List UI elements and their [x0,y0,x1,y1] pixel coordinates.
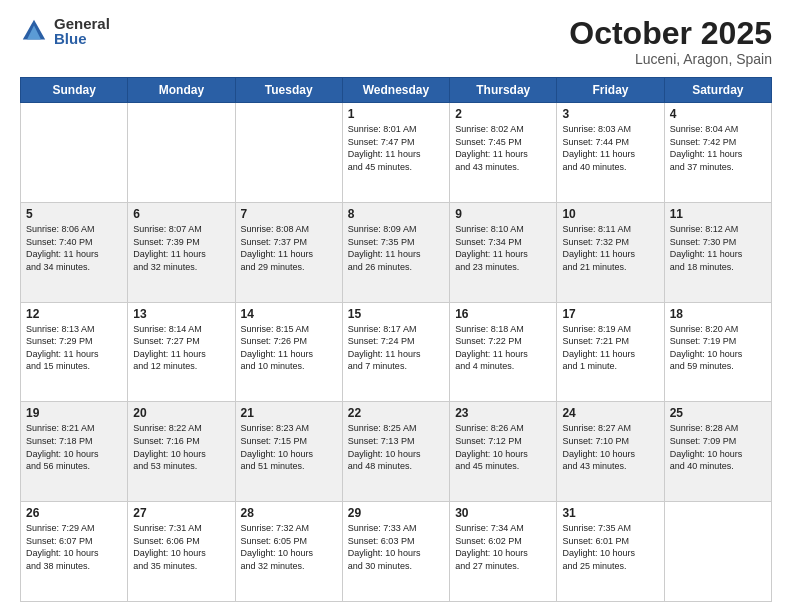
table-row: 22Sunrise: 8:25 AM Sunset: 7:13 PM Dayli… [342,402,449,502]
table-row: 20Sunrise: 8:22 AM Sunset: 7:16 PM Dayli… [128,402,235,502]
day-info: Sunrise: 8:08 AM Sunset: 7:37 PM Dayligh… [241,223,337,273]
title-block: October 2025 Luceni, Aragon, Spain [569,16,772,67]
col-sunday: Sunday [21,78,128,103]
table-row: 2Sunrise: 8:02 AM Sunset: 7:45 PM Daylig… [450,103,557,203]
table-row: 25Sunrise: 8:28 AM Sunset: 7:09 PM Dayli… [664,402,771,502]
logo: General Blue [20,16,110,46]
location: Luceni, Aragon, Spain [569,51,772,67]
day-info: Sunrise: 8:10 AM Sunset: 7:34 PM Dayligh… [455,223,551,273]
table-row: 14Sunrise: 8:15 AM Sunset: 7:26 PM Dayli… [235,302,342,402]
col-tuesday: Tuesday [235,78,342,103]
day-number: 13 [133,307,229,321]
calendar-week-row: 12Sunrise: 8:13 AM Sunset: 7:29 PM Dayli… [21,302,772,402]
day-info: Sunrise: 8:15 AM Sunset: 7:26 PM Dayligh… [241,323,337,373]
day-number: 31 [562,506,658,520]
table-row: 1Sunrise: 8:01 AM Sunset: 7:47 PM Daylig… [342,103,449,203]
page: General Blue October 2025 Luceni, Aragon… [0,0,792,612]
day-info: Sunrise: 8:26 AM Sunset: 7:12 PM Dayligh… [455,422,551,472]
day-info: Sunrise: 7:33 AM Sunset: 6:03 PM Dayligh… [348,522,444,572]
table-row: 31Sunrise: 7:35 AM Sunset: 6:01 PM Dayli… [557,502,664,602]
table-row: 7Sunrise: 8:08 AM Sunset: 7:37 PM Daylig… [235,202,342,302]
table-row: 6Sunrise: 8:07 AM Sunset: 7:39 PM Daylig… [128,202,235,302]
day-info: Sunrise: 8:01 AM Sunset: 7:47 PM Dayligh… [348,123,444,173]
day-info: Sunrise: 8:13 AM Sunset: 7:29 PM Dayligh… [26,323,122,373]
table-row [235,103,342,203]
day-number: 3 [562,107,658,121]
day-number: 19 [26,406,122,420]
table-row: 5Sunrise: 8:06 AM Sunset: 7:40 PM Daylig… [21,202,128,302]
calendar-header-row: Sunday Monday Tuesday Wednesday Thursday… [21,78,772,103]
day-number: 18 [670,307,766,321]
table-row: 29Sunrise: 7:33 AM Sunset: 6:03 PM Dayli… [342,502,449,602]
day-info: Sunrise: 8:23 AM Sunset: 7:15 PM Dayligh… [241,422,337,472]
day-number: 24 [562,406,658,420]
table-row: 21Sunrise: 8:23 AM Sunset: 7:15 PM Dayli… [235,402,342,502]
col-thursday: Thursday [450,78,557,103]
day-number: 16 [455,307,551,321]
day-number: 25 [670,406,766,420]
day-number: 11 [670,207,766,221]
day-number: 6 [133,207,229,221]
day-number: 15 [348,307,444,321]
day-number: 27 [133,506,229,520]
day-number: 12 [26,307,122,321]
day-info: Sunrise: 7:29 AM Sunset: 6:07 PM Dayligh… [26,522,122,572]
table-row: 13Sunrise: 8:14 AM Sunset: 7:27 PM Dayli… [128,302,235,402]
table-row: 8Sunrise: 8:09 AM Sunset: 7:35 PM Daylig… [342,202,449,302]
day-number: 1 [348,107,444,121]
day-number: 2 [455,107,551,121]
day-number: 28 [241,506,337,520]
col-wednesday: Wednesday [342,78,449,103]
day-number: 8 [348,207,444,221]
calendar-week-row: 1Sunrise: 8:01 AM Sunset: 7:47 PM Daylig… [21,103,772,203]
table-row: 12Sunrise: 8:13 AM Sunset: 7:29 PM Dayli… [21,302,128,402]
table-row [128,103,235,203]
calendar-week-row: 19Sunrise: 8:21 AM Sunset: 7:18 PM Dayli… [21,402,772,502]
day-number: 17 [562,307,658,321]
day-info: Sunrise: 8:11 AM Sunset: 7:32 PM Dayligh… [562,223,658,273]
table-row: 17Sunrise: 8:19 AM Sunset: 7:21 PM Dayli… [557,302,664,402]
day-info: Sunrise: 8:22 AM Sunset: 7:16 PM Dayligh… [133,422,229,472]
table-row: 28Sunrise: 7:32 AM Sunset: 6:05 PM Dayli… [235,502,342,602]
day-info: Sunrise: 7:31 AM Sunset: 6:06 PM Dayligh… [133,522,229,572]
table-row: 30Sunrise: 7:34 AM Sunset: 6:02 PM Dayli… [450,502,557,602]
calendar-week-row: 5Sunrise: 8:06 AM Sunset: 7:40 PM Daylig… [21,202,772,302]
table-row: 27Sunrise: 7:31 AM Sunset: 6:06 PM Dayli… [128,502,235,602]
day-info: Sunrise: 8:12 AM Sunset: 7:30 PM Dayligh… [670,223,766,273]
day-info: Sunrise: 8:27 AM Sunset: 7:10 PM Dayligh… [562,422,658,472]
table-row: 19Sunrise: 8:21 AM Sunset: 7:18 PM Dayli… [21,402,128,502]
col-saturday: Saturday [664,78,771,103]
day-number: 7 [241,207,337,221]
day-number: 21 [241,406,337,420]
day-info: Sunrise: 8:21 AM Sunset: 7:18 PM Dayligh… [26,422,122,472]
day-info: Sunrise: 8:03 AM Sunset: 7:44 PM Dayligh… [562,123,658,173]
logo-general-text: General [54,16,110,31]
col-monday: Monday [128,78,235,103]
day-number: 26 [26,506,122,520]
day-info: Sunrise: 7:32 AM Sunset: 6:05 PM Dayligh… [241,522,337,572]
logo-text: General Blue [54,16,110,46]
day-info: Sunrise: 8:28 AM Sunset: 7:09 PM Dayligh… [670,422,766,472]
table-row: 9Sunrise: 8:10 AM Sunset: 7:34 PM Daylig… [450,202,557,302]
day-info: Sunrise: 8:19 AM Sunset: 7:21 PM Dayligh… [562,323,658,373]
table-row: 24Sunrise: 8:27 AM Sunset: 7:10 PM Dayli… [557,402,664,502]
day-number: 10 [562,207,658,221]
day-number: 9 [455,207,551,221]
table-row: 3Sunrise: 8:03 AM Sunset: 7:44 PM Daylig… [557,103,664,203]
day-info: Sunrise: 8:04 AM Sunset: 7:42 PM Dayligh… [670,123,766,173]
table-row: 15Sunrise: 8:17 AM Sunset: 7:24 PM Dayli… [342,302,449,402]
day-info: Sunrise: 8:14 AM Sunset: 7:27 PM Dayligh… [133,323,229,373]
table-row: 11Sunrise: 8:12 AM Sunset: 7:30 PM Dayli… [664,202,771,302]
day-number: 23 [455,406,551,420]
calendar-table: Sunday Monday Tuesday Wednesday Thursday… [20,77,772,602]
day-number: 20 [133,406,229,420]
day-number: 22 [348,406,444,420]
header: General Blue October 2025 Luceni, Aragon… [20,16,772,67]
table-row: 26Sunrise: 7:29 AM Sunset: 6:07 PM Dayli… [21,502,128,602]
day-number: 14 [241,307,337,321]
day-number: 4 [670,107,766,121]
day-number: 30 [455,506,551,520]
day-info: Sunrise: 8:07 AM Sunset: 7:39 PM Dayligh… [133,223,229,273]
table-row: 23Sunrise: 8:26 AM Sunset: 7:12 PM Dayli… [450,402,557,502]
day-info: Sunrise: 7:34 AM Sunset: 6:02 PM Dayligh… [455,522,551,572]
